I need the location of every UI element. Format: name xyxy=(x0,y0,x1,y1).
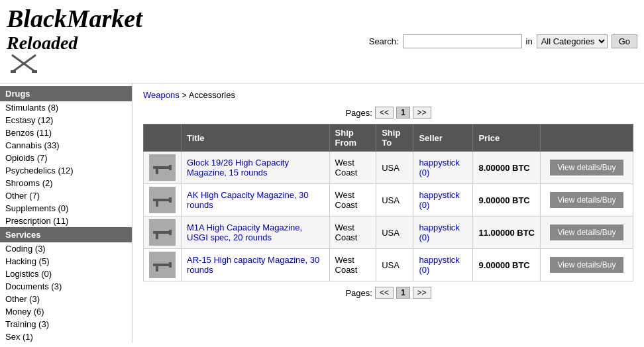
sidebar-item-benzos[interactable]: Benzos (11) xyxy=(0,126,132,139)
svg-rect-6 xyxy=(156,169,158,174)
sidebar-item-hacking[interactable]: Hacking (5) xyxy=(0,255,132,268)
seller-cell: happystick (0) xyxy=(413,184,473,217)
sidebar-item-psychedelics[interactable]: Psychedelics (12) xyxy=(0,164,132,177)
sidebar-item-supplements[interactable]: Supplements (0) xyxy=(0,202,132,215)
layout: Drugs Stimulants (8) Ecstasy (12) Benzos… xyxy=(0,83,644,343)
prev-page-button[interactable]: << xyxy=(375,107,394,119)
breadcrumb-weapons[interactable]: Weapons xyxy=(143,90,180,100)
seller-cell: happystick (0) xyxy=(413,217,473,249)
prev-page-button-bottom[interactable]: << xyxy=(375,287,394,299)
sidebar-item-other-services[interactable]: Other (3) xyxy=(0,293,132,305)
sidebar-item-cannabis[interactable]: Cannabis (33) xyxy=(0,139,132,152)
svg-rect-11 xyxy=(169,230,172,235)
table-row: AR-15 High capacity Magazine, 30 roundsW… xyxy=(144,249,633,281)
svg-rect-3 xyxy=(32,70,37,73)
price-cell: 11.00000 BTC xyxy=(473,217,541,249)
sidebar-header-drugs[interactable]: Drugs xyxy=(0,86,132,101)
product-thumbnail xyxy=(149,187,176,213)
search-label: Search: xyxy=(369,36,399,46)
product-title-cell: Glock 19/26 High Capacity Magazine, 15 r… xyxy=(182,152,330,184)
view-details-button[interactable]: View details/Buy xyxy=(550,224,624,240)
seller-cell: happystick (0) xyxy=(413,152,473,184)
search-area: Search: in All Categories Drugs Services… xyxy=(369,34,637,48)
seller-cell: happystick (0) xyxy=(413,249,473,281)
view-details-button[interactable]: View details/Buy xyxy=(550,192,624,208)
sidebar-item-prescription[interactable]: Prescription (11) xyxy=(0,215,132,227)
sidebar-item-money[interactable]: Money (6) xyxy=(0,305,132,318)
pages-label-bottom: Pages: xyxy=(345,288,372,298)
svg-rect-5 xyxy=(169,165,172,170)
sidebar-item-documents[interactable]: Documents (3) xyxy=(0,280,132,293)
col-header-ship-to: Ship To xyxy=(376,124,413,152)
col-header-img xyxy=(144,124,182,152)
go-button[interactable]: Go xyxy=(612,34,637,48)
logo-line1: BlackMarket xyxy=(7,5,142,33)
svg-rect-2 xyxy=(11,70,16,73)
page-1-button-bottom[interactable]: 1 xyxy=(396,287,410,299)
product-image-cell xyxy=(144,249,182,281)
ship-from-cell: West Coast xyxy=(329,152,376,184)
sidebar-item-logistics[interactable]: Logistics (0) xyxy=(0,268,132,280)
page-1-button[interactable]: 1 xyxy=(396,107,410,119)
price-cell: 9.00000 BTC xyxy=(473,184,541,217)
product-image-cell xyxy=(144,184,182,217)
ship-to-cell: USA xyxy=(376,152,413,184)
col-header-price: Price xyxy=(473,124,541,152)
pages-label: Pages: xyxy=(345,108,372,118)
header: BlackMarket Reloaded Search: in All Cate… xyxy=(0,0,644,83)
category-select[interactable]: All Categories Drugs Services Weapons xyxy=(537,34,608,48)
logo-line2: Reloaded xyxy=(7,33,142,78)
svg-rect-9 xyxy=(156,201,158,207)
sidebar-item-other-drugs[interactable]: Other (7) xyxy=(0,189,132,202)
product-title-link[interactable]: AR-15 High capacity Magazine, 30 rounds xyxy=(187,255,319,275)
next-page-button-bottom[interactable]: >> xyxy=(413,287,431,299)
sidebar-item-ecstasy[interactable]: Ecstasy (12) xyxy=(0,114,132,126)
price-cell: 8.00000 BTC xyxy=(473,152,541,184)
svg-rect-8 xyxy=(169,197,172,203)
seller-link[interactable]: happystick (0) xyxy=(419,158,459,177)
sidebar-item-shrooms[interactable]: Shrooms (2) xyxy=(0,177,132,189)
seller-link[interactable]: happystick (0) xyxy=(419,223,459,242)
col-header-ship-from: Ship From xyxy=(329,124,376,152)
svg-rect-4 xyxy=(153,166,169,169)
sidebar: Drugs Stimulants (8) Ecstasy (12) Benzos… xyxy=(0,83,133,343)
product-title-link[interactable]: Glock 19/26 High Capacity Magazine, 15 r… xyxy=(187,158,289,177)
sidebar-item-stimulants[interactable]: Stimulants (8) xyxy=(0,101,132,114)
product-thumbnail xyxy=(149,219,176,246)
sidebar-header-services[interactable]: Services xyxy=(0,227,132,242)
col-header-title: Title xyxy=(182,124,330,152)
product-title-cell: AR-15 High capacity Magazine, 30 rounds xyxy=(182,249,330,281)
sidebar-item-opioids[interactable]: Opioids (7) xyxy=(0,152,132,164)
view-details-button[interactable]: View details/Buy xyxy=(550,160,624,175)
main-content: Weapons > Accessories Pages: << 1 >> Tit… xyxy=(133,83,644,343)
breadcrumb: Weapons > Accessories xyxy=(143,90,633,100)
ship-to-cell: USA xyxy=(376,184,413,217)
next-page-button[interactable]: >> xyxy=(413,107,431,119)
col-header-action xyxy=(541,124,633,152)
search-input[interactable] xyxy=(403,34,522,48)
product-thumbnail xyxy=(149,154,176,181)
ship-to-cell: USA xyxy=(376,217,413,249)
product-title-link[interactable]: M1A High Capacity Magazine, USGI spec, 2… xyxy=(187,223,302,242)
price-cell: 9.00000 BTC xyxy=(473,249,541,281)
col-header-seller: Seller xyxy=(413,124,473,152)
search-in-label: in xyxy=(526,36,533,46)
breadcrumb-accessories: Accessories xyxy=(189,90,235,100)
view-details-button[interactable]: View details/Buy xyxy=(550,257,624,273)
seller-link[interactable]: happystick (0) xyxy=(419,190,459,210)
ship-from-cell: West Coast xyxy=(329,217,376,249)
product-image-cell xyxy=(144,152,182,184)
logo: BlackMarket Reloaded xyxy=(7,5,142,77)
sidebar-item-coding[interactable]: Coding (3) xyxy=(0,242,132,255)
svg-rect-15 xyxy=(156,266,158,272)
ship-from-cell: West Coast xyxy=(329,184,376,217)
sidebar-item-sex[interactable]: Sex (1) xyxy=(0,330,132,343)
sidebar-item-training[interactable]: Training (3) xyxy=(0,318,132,330)
seller-link[interactable]: happystick (0) xyxy=(419,255,459,275)
ship-from-cell: West Coast xyxy=(329,249,376,281)
crossed-swords-icon xyxy=(11,54,142,78)
product-title-link[interactable]: AK High Capacity Magazine, 30 rounds xyxy=(187,190,309,210)
svg-rect-10 xyxy=(153,231,169,234)
products-table: Title Ship From Ship To Seller Price Glo… xyxy=(143,124,633,281)
pagination-top: Pages: << 1 >> xyxy=(143,107,633,119)
